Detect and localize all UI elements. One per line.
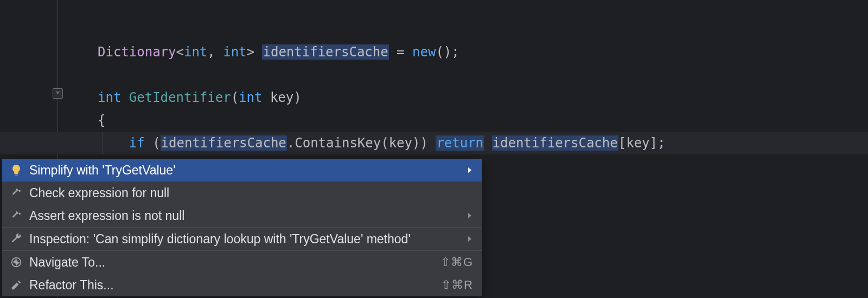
quick-fix-menu: Simplify with 'TryGetValue' Check expres… [2,159,482,296]
keyword-if: if [129,135,145,151]
indent-guide [102,132,103,154]
menu-label: Refactor This... [29,278,441,293]
menu-label: Inspection: 'Can simplify dictionary loo… [29,232,460,247]
menu-label: Check expression for null [29,186,473,200]
pencil-icon [9,277,24,293]
chevron-right-icon [467,236,473,242]
chevron-right-icon [467,167,473,173]
angle-bracket: < [176,44,184,60]
menu-item-assert-not-null[interactable]: Assert expression is not null [2,204,482,227]
keyboard-shortcut: ⇧⌘R [441,278,473,292]
brace: { [98,113,105,128]
code-line-method-signature[interactable]: int GetIdentifier(int key) [0,86,868,109]
equals: = [389,44,412,60]
identifier-highlighted: identifiersCache [262,44,388,60]
code-line-if-statement[interactable]: if (identifiersCache.ContainsKey(key)) r… [0,132,868,154]
code-line-brace[interactable]: { [0,109,868,132]
keyword-int: int [184,44,207,60]
parameter: key [270,90,293,105]
compass-icon [9,255,24,270]
identifier-highlighted: identifiersCache [161,135,287,151]
svg-rect-0 [15,174,18,176]
hammer-icon [9,185,24,200]
menu-item-refactor-this[interactable]: Refactor This... ⇧⌘R [2,274,482,296]
wrench-icon [9,231,24,247]
argument: key [389,135,412,151]
angle-bracket: > [247,44,263,60]
keyboard-shortcut: ⇧⌘G [441,255,473,269]
menu-item-inspection[interactable]: Inspection: 'Can simplify dictionary loo… [2,228,482,250]
bulb-icon [9,163,24,178]
method-call: ContainsKey [295,135,381,151]
code-line-declaration[interactable]: Dictionary<int, int> identifiersCache = … [0,41,868,63]
comma: , [207,44,223,60]
keyword-return: return [436,135,484,151]
code-line-empty[interactable] [0,63,868,86]
type-token: Dictionary [98,44,176,60]
hammer-icon [9,208,24,223]
code-editor[interactable]: Dictionary<int, int> identifiersCache = … [0,0,868,154]
chevron-right-icon [467,212,473,219]
keyword-int: int [98,90,121,105]
menu-label: Assert expression is not null [29,209,460,223]
menu-label: Navigate To... [29,255,441,270]
menu-label: Simplify with 'TryGetValue' [29,163,460,178]
keyword-new: new [412,44,436,60]
keyword-int: int [223,44,246,60]
menu-item-check-null[interactable]: Check expression for null [2,182,482,204]
keyword-int: int [239,90,262,105]
method-name: GetIdentifier [129,90,231,105]
menu-item-navigate-to[interactable]: Navigate To... ⇧⌘G [2,251,482,274]
menu-item-simplify-trygetvalue[interactable]: Simplify with 'TryGetValue' [2,159,482,182]
parens: (); [436,44,459,60]
index-key: key [626,135,649,151]
identifier-highlighted: identifiersCache [492,135,618,151]
